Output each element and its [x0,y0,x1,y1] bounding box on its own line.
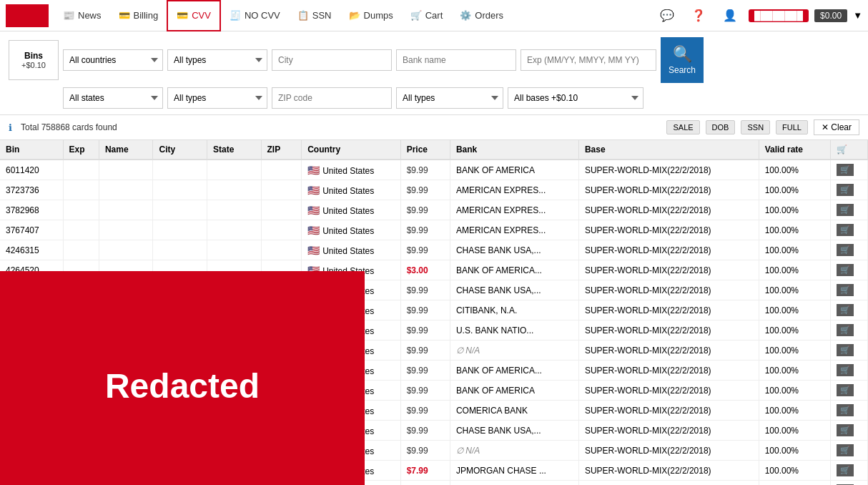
full-button[interactable]: FULL [776,120,808,134]
flag-icon: 🇺🇸 [307,245,320,256]
add-to-cart-button[interactable]: 🛒 [837,464,854,476]
cell-cart-action[interactable]: 🛒 [831,461,868,481]
cell-name [99,240,153,260]
add-to-cart-button[interactable]: 🛒 [837,284,854,296]
cell-bank: ∅ N/A [450,341,578,361]
add-to-cart-button[interactable]: 🛒 [837,344,854,356]
cell-cart-action[interactable]: 🛒 [831,381,868,401]
type1-select[interactable]: All types [167,49,267,71]
cell-base: SUPER-WORLD-MIX(22/2/2018) [578,361,759,381]
cell-cart-action[interactable]: 🛒 [831,220,868,240]
cell-cart-action[interactable]: 🛒 [831,421,868,441]
cell-base: SUPER-WORLD-MIX(22/2/2018) [578,320,759,341]
cell-price: $9.99 [400,421,450,441]
cell-cart-action[interactable]: 🛒 [831,361,868,381]
nav-dumps[interactable]: 📂 Dumps [340,0,402,31]
cell-cart-action[interactable]: 🛒 [831,260,868,280]
user-button[interactable]: 👤 [717,6,743,25]
type3-select[interactable]: All types [396,87,503,109]
bins-box[interactable]: Bins +$0.10 [9,40,59,80]
cell-price: $9.99 [400,361,450,381]
redacted-overlay: Redacted [0,271,365,485]
flag-icon: 🇺🇸 [307,165,320,176]
billing-icon: 💳 [119,10,130,21]
bank-input[interactable] [396,49,516,71]
cell-cart-action[interactable]: 🛒 [831,401,868,421]
brand-logo[interactable] [6,4,49,27]
add-to-cart-button[interactable]: 🛒 [837,244,854,256]
add-to-cart-button[interactable]: 🛒 [837,184,854,196]
nav-nocvv[interactable]: 🧾 NO CVV [221,0,289,31]
bins-label: Bins [24,51,43,61]
cell-city [153,240,207,260]
state-select[interactable]: All states [63,87,163,109]
cell-cart-action[interactable]: 🛒 [831,441,868,461]
add-to-cart-button[interactable]: 🛒 [837,164,854,176]
cell-price: $3.00 [400,260,450,280]
redacted-text: Redacted [105,366,260,406]
cell-cart-action[interactable]: 🛒 [831,300,868,320]
cell-valid: 100.00% [759,441,831,461]
chat-button[interactable]: 💬 [654,6,680,25]
nav-ssn[interactable]: 📋 SSN [289,0,340,31]
sale-button[interactable]: SALE [666,120,699,134]
add-to-cart-button[interactable]: 🛒 [837,384,854,396]
clear-button[interactable]: ✕ Clear [814,119,859,135]
nav-orders[interactable]: ⚙️ Orders [451,0,512,31]
nav-news-label: News [78,10,102,21]
th-price: Price [400,140,450,160]
th-cart: 🛒 [831,140,868,160]
dropdown-icon[interactable]: ▼ [853,10,862,21]
add-to-cart-button[interactable]: 🛒 [837,364,854,376]
search-button[interactable]: 🔍 Search [661,37,704,83]
cell-zip [261,180,302,200]
flag-icon: 🇺🇸 [307,225,320,236]
cell-country: 🇺🇸United States [302,160,401,180]
table-header-row: Bin Exp Name City State ZIP Country Pric… [0,140,868,160]
cell-cart-action[interactable]: 🛒 [831,240,868,260]
cell-base: SUPER-WORLD-MIX(22/2/2018) [578,341,759,361]
help-button[interactable]: ❓ [686,6,711,25]
cell-cart-action[interactable]: 🛒 [831,341,868,361]
cell-cart-action[interactable]: 🛒 [831,160,868,180]
exp-input[interactable] [521,49,656,71]
dob-button[interactable]: DOB [706,120,736,134]
cell-zip [261,200,302,220]
add-to-cart-button[interactable]: 🛒 [837,424,854,436]
country-select[interactable]: All countries [63,49,163,71]
add-to-cart-button[interactable]: 🛒 [837,304,854,316]
cart-nav-icon: 🛒 [410,10,422,21]
nav-billing-label: Billing [134,10,159,21]
cell-cart-action[interactable]: 🛒 [831,280,868,300]
table-row: 6011420 🇺🇸United States $9.99 BANK OF AM… [0,160,868,180]
cell-cart-action[interactable]: 🛒 [831,200,868,220]
nav-cvv[interactable]: 💳 CVV [167,0,221,31]
cell-exp [63,160,99,180]
cell-valid: 100.00% [759,481,831,486]
type2-select[interactable]: All types [167,87,267,109]
news-icon: 📰 [63,10,74,21]
cell-valid: 100.00% [759,401,831,421]
add-to-cart-button[interactable]: 🛒 [837,444,854,456]
cell-cart-action[interactable]: 🛒 [831,180,868,200]
cell-cart-action[interactable]: 🛒 [831,481,868,486]
nav-billing[interactable]: 💳 Billing [110,0,167,31]
add-to-cart-button[interactable]: 🛒 [837,264,854,276]
cell-base: SUPER-WORLD-MIX(22/2/2018) [578,200,759,220]
bases-select[interactable]: All bases +$0.10 [508,87,643,109]
ssn-button[interactable]: SSN [741,120,770,134]
add-to-cart-button[interactable]: 🛒 [837,404,854,416]
add-to-cart-button[interactable]: 🛒 [837,224,854,236]
nav-cart[interactable]: 🛒 Cart [402,0,452,31]
zip-input[interactable] [272,87,392,109]
city-input[interactable] [272,49,392,71]
add-to-cart-button[interactable]: 🛒 [837,324,854,336]
dumps-icon: 📂 [349,10,360,21]
info-icon: ℹ [9,122,12,133]
cell-bank: ∅ N/A [450,481,578,486]
add-to-cart-button[interactable]: 🛒 [837,204,854,216]
cell-cart-action[interactable]: 🛒 [831,320,868,341]
nav-news[interactable]: 📰 News [54,0,110,31]
cell-base: SUPER-WORLD-MIX(22/2/2018) [578,441,759,461]
cell-name [99,200,153,220]
